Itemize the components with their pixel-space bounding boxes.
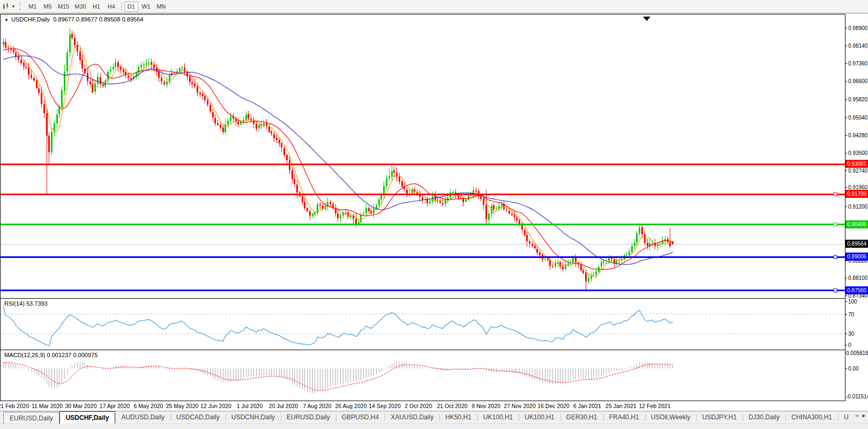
charts-toolbar-icon[interactable] xyxy=(2,3,10,11)
candle-body xyxy=(588,278,589,282)
candle-body xyxy=(230,116,231,121)
candle-body xyxy=(100,77,101,84)
candle-body xyxy=(376,205,377,208)
candle-body xyxy=(166,82,168,85)
timeframe-button-m15[interactable]: M15 xyxy=(56,2,71,12)
chart-tab-usdchf-daily[interactable]: USDCHF,Daily xyxy=(59,411,116,424)
date-axis-label: 9 Nov 2020 xyxy=(472,403,500,409)
timeframe-button-h1[interactable]: H1 xyxy=(89,2,103,12)
candle-body xyxy=(123,69,124,72)
price-chart-svg xyxy=(0,14,845,401)
date-axis-label: 27 Nov 2020 xyxy=(504,403,536,409)
candle-body xyxy=(422,197,423,200)
rsi-axis-tick: 0 xyxy=(845,341,868,349)
candle-body xyxy=(393,171,395,173)
candle-body xyxy=(575,257,577,262)
chart-tab-eurusd-daily[interactable]: EURUSD,Daily xyxy=(281,411,336,424)
line-drag-handle[interactable] xyxy=(834,289,837,292)
timeframe-button-mn[interactable]: MN xyxy=(154,2,168,12)
candle-body xyxy=(496,209,497,209)
chart-tab-audusd-daily[interactable]: AUDUSD,Daily xyxy=(115,411,170,424)
candle-body xyxy=(306,208,308,211)
line-drag-handle[interactable] xyxy=(834,255,837,258)
candle-body xyxy=(225,124,226,132)
chart-shift-marker-icon[interactable] xyxy=(643,17,650,21)
candle-body xyxy=(15,53,17,56)
chart-tab-usoil-weekly[interactable]: USOil,Weekly xyxy=(645,411,697,424)
toolbar-drag-grip[interactable] xyxy=(19,2,22,11)
candle-body xyxy=(283,148,285,155)
chart-tab-china300-h1[interactable]: CHINA300,H1 xyxy=(785,411,838,424)
candle-body xyxy=(146,63,147,64)
chart-tab-dj30-daily[interactable]: DJ30,Daily xyxy=(743,411,785,424)
toolbar-dropdown-caret[interactable]: ▼ xyxy=(11,4,16,9)
date-axis-label: 21 Oct 2020 xyxy=(437,403,467,409)
chart-tab-usdcad-daily[interactable]: USDCAD,Daily xyxy=(170,411,226,424)
chart-ohlc-values: 0.89677 0.89677 0.89508 0.89564 xyxy=(53,16,143,23)
candle-body xyxy=(365,208,367,214)
date-axis-label: 14 Sep 2020 xyxy=(369,403,401,409)
chart-tab-xauusd-daily[interactable]: XAUUSD,Daily xyxy=(385,411,439,424)
candle-body xyxy=(452,192,454,193)
rsi-axis-tick: 100 xyxy=(845,298,868,305)
timeframe-button-m30[interactable]: M30 xyxy=(72,2,88,12)
chart-tab-hk50-h1[interactable]: HK50,H1 xyxy=(439,411,477,424)
chart-tab-uk100-h1[interactable]: UK100,H1 xyxy=(519,411,560,424)
candle-body xyxy=(330,202,331,204)
chart-tab-usdcnh-daily[interactable]: USDCNH,Daily xyxy=(226,411,281,424)
candle-body xyxy=(585,272,587,282)
macd-signal-value: 0.000975 xyxy=(73,352,98,358)
tab-scroll-right-icon[interactable]: ► xyxy=(862,413,866,418)
candle-body xyxy=(130,78,132,79)
chart-tab-eurusd-daily[interactable]: EURUSD,Daily xyxy=(3,412,59,424)
candle-body xyxy=(360,215,362,222)
timeframe-button-d1[interactable]: D1 xyxy=(124,2,138,12)
price-axis-tick: 0.94280 xyxy=(845,131,868,139)
candle-body xyxy=(340,216,341,218)
candle-body xyxy=(601,262,602,267)
candle-body xyxy=(61,90,63,107)
chart-tab-fra40-h1[interactable]: FRA40,H1 xyxy=(603,411,645,424)
chart-tab-ger30-h1[interactable]: GER30,H1 xyxy=(560,411,603,424)
candle-body xyxy=(58,107,60,114)
date-axis-label: 12 Feb 2021 xyxy=(639,403,671,409)
window-menu-triangle-icon[interactable]: ▼ xyxy=(4,18,9,23)
timeframe-button-h4[interactable]: H4 xyxy=(104,2,118,12)
tab-scroll-left-icon[interactable]: ◄ xyxy=(854,413,859,418)
timeframe-button-w1[interactable]: W1 xyxy=(139,2,153,12)
chart-tab-usdjpy-h1[interactable]: USDJPY,H1 xyxy=(696,411,742,424)
line-drag-handle[interactable] xyxy=(834,193,837,196)
candle-body xyxy=(641,227,643,234)
candle-body xyxy=(314,212,316,214)
line-drag-handle[interactable] xyxy=(834,223,837,226)
rsi-value: 53.7393 xyxy=(26,300,48,307)
timeframe-button-m1[interactable]: M1 xyxy=(26,2,40,12)
candle-body xyxy=(294,179,295,184)
chart-tab-gbpusd-h4[interactable]: GBPUSD,H4 xyxy=(336,411,385,424)
candle-body xyxy=(468,196,469,200)
date-axis-label: 6 Jan 2021 xyxy=(573,403,601,409)
timeframe-button-m5[interactable]: M5 xyxy=(41,2,55,12)
candle-body xyxy=(237,122,239,125)
candle-body xyxy=(458,196,459,198)
candle-body xyxy=(227,121,229,124)
chart-tab-uk100-h1[interactable]: UK100,H1 xyxy=(477,411,519,424)
candle-body xyxy=(580,265,582,270)
candle-body xyxy=(595,271,597,275)
candle-body xyxy=(140,65,142,67)
candle-body xyxy=(429,202,431,203)
candle-body xyxy=(562,267,564,269)
candle-body xyxy=(25,67,27,69)
candle-body xyxy=(347,212,349,217)
price-badge-0.91709: 0.91709 xyxy=(845,190,868,198)
candle-body xyxy=(337,213,339,218)
price-badge-0.87560: 0.87560 xyxy=(845,286,868,294)
candles-layer xyxy=(3,28,674,291)
candle-body xyxy=(511,214,513,215)
macd-axis-tick: 0.005818 xyxy=(845,349,868,357)
candle-body xyxy=(475,190,477,191)
candle-body xyxy=(38,88,40,93)
candle-body xyxy=(286,155,288,160)
price-axis-tick: 0.98900 xyxy=(845,24,868,32)
chart-tab-u[interactable]: U xyxy=(838,411,855,424)
